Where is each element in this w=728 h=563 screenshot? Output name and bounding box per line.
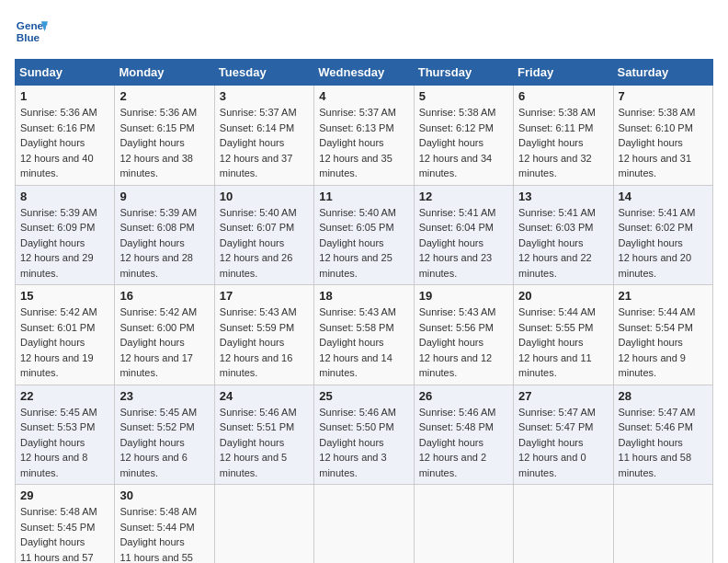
calendar-cell: 19Sunrise: 5:43 AMSunset: 5:56 PMDayligh… bbox=[414, 285, 513, 385]
weekday-header-cell: Thursday bbox=[414, 60, 513, 86]
day-info: Sunrise: 5:42 AMSunset: 6:00 PMDaylight … bbox=[119, 304, 209, 381]
day-info: Sunrise: 5:37 AMSunset: 6:14 PMDaylight … bbox=[220, 105, 309, 181]
calendar-cell: 2Sunrise: 5:36 AMSunset: 6:15 PMDaylight… bbox=[115, 86, 214, 186]
day-info: Sunrise: 5:43 AMSunset: 5:58 PMDaylight … bbox=[319, 304, 408, 381]
calendar-cell: 23Sunrise: 5:45 AMSunset: 5:52 PMDayligh… bbox=[115, 385, 214, 485]
calendar-cell bbox=[613, 485, 712, 564]
day-info: Sunrise: 5:38 AMSunset: 6:11 PMDaylight … bbox=[518, 105, 608, 181]
day-info: Sunrise: 5:48 AMSunset: 5:45 PMDaylight … bbox=[20, 504, 109, 563]
weekday-header-cell: Sunday bbox=[16, 60, 115, 86]
day-number: 22 bbox=[20, 389, 109, 403]
day-number: 1 bbox=[20, 89, 109, 103]
calendar-cell: 20Sunrise: 5:44 AMSunset: 5:55 PMDayligh… bbox=[514, 285, 613, 385]
day-info: Sunrise: 5:47 AMSunset: 5:47 PMDaylight … bbox=[518, 405, 608, 481]
day-info: Sunrise: 5:41 AMSunset: 6:04 PMDaylight … bbox=[419, 205, 508, 282]
calendar-cell: 5Sunrise: 5:38 AMSunset: 6:12 PMDaylight… bbox=[414, 86, 513, 186]
day-number: 14 bbox=[619, 190, 708, 203]
calendar-cell bbox=[214, 485, 313, 564]
day-number: 2 bbox=[119, 89, 209, 103]
day-number: 29 bbox=[20, 488, 109, 502]
calendar-cell: 26Sunrise: 5:46 AMSunset: 5:48 PMDayligh… bbox=[414, 385, 513, 485]
day-info: Sunrise: 5:40 AMSunset: 6:05 PMDaylight … bbox=[319, 205, 408, 282]
day-number: 11 bbox=[319, 190, 408, 203]
weekday-header-cell: Friday bbox=[514, 60, 613, 86]
day-info: Sunrise: 5:44 AMSunset: 5:55 PMDaylight … bbox=[518, 304, 608, 381]
calendar-cell: 14Sunrise: 5:41 AMSunset: 6:02 PMDayligh… bbox=[613, 185, 712, 285]
calendar-cell: 21Sunrise: 5:44 AMSunset: 5:54 PMDayligh… bbox=[613, 285, 712, 385]
day-number: 13 bbox=[518, 190, 608, 203]
day-number: 23 bbox=[119, 389, 209, 403]
day-info: Sunrise: 5:48 AMSunset: 5:44 PMDaylight … bbox=[119, 504, 209, 563]
day-number: 12 bbox=[419, 190, 508, 203]
calendar-cell: 7Sunrise: 5:38 AMSunset: 6:10 PMDaylight… bbox=[613, 86, 712, 186]
calendar-table: SundayMondayTuesdayWednesdayThursdayFrid… bbox=[15, 59, 713, 563]
day-info: Sunrise: 5:38 AMSunset: 6:12 PMDaylight … bbox=[419, 105, 508, 181]
calendar-body: 1Sunrise: 5:36 AMSunset: 6:16 PMDaylight… bbox=[16, 86, 713, 564]
calendar-cell: 29Sunrise: 5:48 AMSunset: 5:45 PMDayligh… bbox=[16, 485, 115, 564]
calendar-cell: 12Sunrise: 5:41 AMSunset: 6:04 PMDayligh… bbox=[414, 185, 513, 285]
day-number: 18 bbox=[319, 289, 408, 303]
calendar-cell bbox=[314, 485, 414, 564]
calendar-cell: 22Sunrise: 5:45 AMSunset: 5:53 PMDayligh… bbox=[16, 385, 115, 485]
day-number: 21 bbox=[619, 289, 708, 303]
day-info: Sunrise: 5:43 AMSunset: 5:56 PMDaylight … bbox=[419, 304, 508, 381]
day-number: 3 bbox=[220, 89, 309, 103]
calendar-cell bbox=[414, 485, 513, 564]
day-number: 4 bbox=[319, 89, 408, 103]
calendar-cell: 18Sunrise: 5:43 AMSunset: 5:58 PMDayligh… bbox=[314, 285, 414, 385]
day-info: Sunrise: 5:44 AMSunset: 5:54 PMDaylight … bbox=[619, 304, 708, 381]
day-number: 8 bbox=[20, 190, 109, 203]
calendar-cell bbox=[514, 485, 613, 564]
day-info: Sunrise: 5:46 AMSunset: 5:51 PMDaylight … bbox=[220, 405, 309, 481]
day-info: Sunrise: 5:40 AMSunset: 6:07 PMDaylight … bbox=[220, 205, 309, 282]
calendar-cell: 13Sunrise: 5:41 AMSunset: 6:03 PMDayligh… bbox=[514, 185, 613, 285]
day-number: 25 bbox=[319, 389, 408, 403]
calendar-cell: 17Sunrise: 5:43 AMSunset: 5:59 PMDayligh… bbox=[214, 285, 313, 385]
calendar-cell: 10Sunrise: 5:40 AMSunset: 6:07 PMDayligh… bbox=[214, 185, 313, 285]
calendar-cell: 8Sunrise: 5:39 AMSunset: 6:09 PMDaylight… bbox=[16, 185, 115, 285]
day-info: Sunrise: 5:41 AMSunset: 6:03 PMDaylight … bbox=[518, 205, 608, 282]
day-number: 30 bbox=[119, 488, 209, 502]
weekday-header-cell: Tuesday bbox=[214, 60, 313, 86]
day-number: 9 bbox=[119, 190, 209, 203]
day-number: 10 bbox=[220, 190, 309, 203]
calendar-week-row: 15Sunrise: 5:42 AMSunset: 6:01 PMDayligh… bbox=[16, 285, 713, 385]
day-number: 19 bbox=[419, 289, 508, 303]
weekday-header-row: SundayMondayTuesdayWednesdayThursdayFrid… bbox=[16, 60, 713, 86]
day-info: Sunrise: 5:36 AMSunset: 6:15 PMDaylight … bbox=[119, 105, 209, 181]
day-info: Sunrise: 5:45 AMSunset: 5:52 PMDaylight … bbox=[119, 405, 209, 481]
day-info: Sunrise: 5:39 AMSunset: 6:08 PMDaylight … bbox=[119, 205, 209, 282]
weekday-header-cell: Wednesday bbox=[314, 60, 414, 86]
day-number: 16 bbox=[119, 289, 209, 303]
calendar-week-row: 29Sunrise: 5:48 AMSunset: 5:45 PMDayligh… bbox=[16, 485, 713, 564]
calendar-cell: 3Sunrise: 5:37 AMSunset: 6:14 PMDaylight… bbox=[214, 86, 313, 186]
day-info: Sunrise: 5:47 AMSunset: 5:46 PMDaylight … bbox=[619, 405, 708, 481]
calendar-week-row: 22Sunrise: 5:45 AMSunset: 5:53 PMDayligh… bbox=[16, 385, 713, 485]
day-info: Sunrise: 5:36 AMSunset: 6:16 PMDaylight … bbox=[20, 105, 109, 181]
logo: General Blue bbox=[15, 15, 48, 48]
day-number: 7 bbox=[619, 89, 708, 103]
day-number: 28 bbox=[619, 389, 708, 403]
day-info: Sunrise: 5:43 AMSunset: 5:59 PMDaylight … bbox=[220, 304, 309, 381]
calendar-cell: 25Sunrise: 5:46 AMSunset: 5:50 PMDayligh… bbox=[314, 385, 414, 485]
calendar-week-row: 8Sunrise: 5:39 AMSunset: 6:09 PMDaylight… bbox=[16, 185, 713, 285]
day-info: Sunrise: 5:41 AMSunset: 6:02 PMDaylight … bbox=[619, 205, 708, 282]
calendar-cell: 1Sunrise: 5:36 AMSunset: 6:16 PMDaylight… bbox=[16, 86, 115, 186]
logo-icon: General Blue bbox=[15, 15, 48, 48]
calendar-cell: 28Sunrise: 5:47 AMSunset: 5:46 PMDayligh… bbox=[613, 385, 712, 485]
svg-text:Blue: Blue bbox=[17, 31, 40, 43]
day-number: 27 bbox=[518, 389, 608, 403]
day-info: Sunrise: 5:46 AMSunset: 5:48 PMDaylight … bbox=[419, 405, 508, 481]
day-info: Sunrise: 5:45 AMSunset: 5:53 PMDaylight … bbox=[20, 405, 109, 481]
day-info: Sunrise: 5:37 AMSunset: 6:13 PMDaylight … bbox=[319, 105, 408, 181]
page-header: General Blue bbox=[15, 15, 713, 48]
day-number: 5 bbox=[419, 89, 508, 103]
day-number: 15 bbox=[20, 289, 109, 303]
calendar-cell: 11Sunrise: 5:40 AMSunset: 6:05 PMDayligh… bbox=[314, 185, 414, 285]
calendar-cell: 24Sunrise: 5:46 AMSunset: 5:51 PMDayligh… bbox=[214, 385, 313, 485]
calendar-cell: 27Sunrise: 5:47 AMSunset: 5:47 PMDayligh… bbox=[514, 385, 613, 485]
weekday-header-cell: Saturday bbox=[613, 60, 712, 86]
weekday-header-cell: Monday bbox=[115, 60, 214, 86]
calendar-cell: 16Sunrise: 5:42 AMSunset: 6:00 PMDayligh… bbox=[115, 285, 214, 385]
calendar-cell: 30Sunrise: 5:48 AMSunset: 5:44 PMDayligh… bbox=[115, 485, 214, 564]
